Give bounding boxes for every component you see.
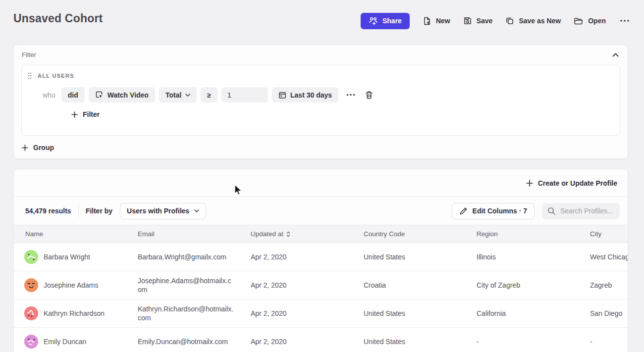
plus-icon [71, 111, 78, 118]
column-header-name[interactable]: Name [14, 230, 138, 238]
column-header-country-code[interactable]: Country Code [364, 230, 477, 238]
profile-updated-at: Apr 2, 2020 [251, 253, 364, 261]
filter-by-label: Filter by [86, 207, 112, 215]
profile-updated-at: Apr 2, 2020 [251, 281, 364, 289]
profile-region: - [477, 338, 590, 346]
clause-more-button[interactable] [345, 93, 356, 97]
trash-icon [365, 91, 373, 100]
plus-icon [22, 145, 28, 151]
profile-region: Illinois [477, 253, 590, 261]
collapse-filter-button[interactable] [611, 52, 620, 58]
profile-country: United States [364, 309, 477, 317]
column-header-region[interactable]: Region [477, 230, 590, 238]
search-profiles-input[interactable] [560, 207, 615, 215]
share-label: Share [382, 17, 402, 25]
save-icon [463, 16, 472, 25]
save-as-new-label: Save as New [519, 17, 561, 25]
column-header-updated-at[interactable]: Updated at [251, 230, 364, 238]
save-button[interactable]: Save [463, 16, 493, 25]
table-row[interactable]: Josephine Adams Josephine.Adams@hotmailx… [14, 271, 628, 300]
save-as-new-button[interactable]: Save as New [505, 16, 561, 25]
profile-city: - [590, 338, 628, 346]
delete-clause-button[interactable] [364, 90, 374, 101]
divider [78, 204, 79, 217]
save-label: Save [477, 17, 493, 25]
profile-email: Josephine.Adams@hotmailx.com [138, 276, 235, 294]
filter-clause-row: who did Watch Video Total [22, 79, 620, 102]
ellipsis-icon [346, 94, 355, 96]
add-group-button[interactable]: Group [22, 144, 54, 151]
page-title: Unsaved Cohort [13, 12, 103, 25]
column-header-email[interactable]: Email [138, 230, 251, 238]
aggregation-pill[interactable]: Total [159, 87, 197, 102]
profiles-dropdown[interactable]: Users with Profiles [120, 203, 206, 219]
filter-panel: Filter ALL USERS who did [13, 45, 628, 159]
folder-icon [574, 17, 584, 25]
aggregation-label: Total [165, 91, 181, 99]
new-document-icon [423, 16, 431, 26]
operator-label: ≥ [207, 91, 211, 99]
column-header-city[interactable]: City [590, 230, 628, 238]
profile-country: Croatia [364, 281, 477, 289]
table-row[interactable]: Barbara Wright Barbara.Wright@gmailx.com… [14, 243, 628, 271]
operator-pill[interactable]: ≥ [201, 87, 217, 102]
date-range-label: Last 30 days [290, 91, 332, 99]
value-input[interactable] [221, 87, 268, 102]
toolbar: Share New Save Save [361, 13, 631, 29]
new-label: New [436, 17, 450, 25]
did-pill[interactable]: did [61, 87, 85, 102]
new-button[interactable]: New [423, 16, 450, 26]
filter-panel-label: Filter [22, 51, 36, 58]
profile-city: San Diego [590, 309, 628, 317]
calendar-icon [278, 91, 286, 99]
pencil-icon [459, 207, 468, 215]
avatar [24, 250, 38, 264]
avatar [24, 335, 38, 349]
header-more-button[interactable] [619, 18, 631, 23]
profile-updated-at: Apr 2, 2020 [251, 309, 364, 317]
create-or-update-profile-button[interactable]: Create or Update Profile [526, 179, 617, 187]
filter-group-card: ALL USERS who did Watch Video Total [21, 65, 620, 136]
edit-columns-label: Edit Columns · 7 [473, 207, 527, 215]
open-button[interactable]: Open [574, 17, 606, 25]
profile-city: West Chicago [590, 253, 628, 261]
who-label: who [43, 91, 55, 99]
results-panel: Create or Update Profile 54,479 results … [13, 169, 628, 352]
table-row[interactable]: Kathryn Richardson Kathryn.Richardson@ho… [14, 300, 628, 328]
plus-icon [526, 180, 533, 187]
chevron-up-icon [612, 53, 619, 57]
sort-icon[interactable] [286, 231, 290, 237]
add-group-label: Group [33, 144, 54, 151]
profile-city: Zagreb [590, 281, 628, 289]
event-pill[interactable]: Watch Video [89, 87, 155, 102]
profile-region: California [477, 309, 590, 317]
profile-email: Barbara.Wright@gmailx.com [138, 252, 235, 261]
avatar [24, 278, 38, 292]
chevron-down-icon [185, 94, 190, 97]
profile-name: Barbara Wright [44, 253, 90, 261]
results-count: 54,479 results [25, 207, 71, 215]
profile-region: City of Zagreb [477, 281, 590, 289]
table-row[interactable]: Emily Duncan Emily.Duncan@hotmailx.com A… [14, 328, 628, 352]
event-label: Watch Video [107, 91, 149, 99]
did-label: did [68, 91, 78, 99]
add-filter-label: Filter [83, 110, 100, 118]
group-header-label: ALL USERS [38, 73, 74, 79]
drag-handle-icon[interactable] [28, 72, 32, 79]
add-filter-button[interactable]: Filter [71, 110, 100, 118]
avatar [24, 306, 38, 320]
search-box [542, 203, 620, 219]
chevron-down-icon [194, 209, 199, 212]
edit-columns-button[interactable]: Edit Columns · 7 [452, 203, 535, 219]
copy-icon [505, 16, 514, 25]
profile-name: Kathryn Richardson [44, 309, 105, 317]
top-header: Unsaved Cohort Share New [13, 0, 631, 44]
profiles-dropdown-label: Users with Profiles [127, 207, 189, 215]
date-range-pill[interactable]: Last 30 days [272, 87, 338, 102]
profile-email: Emily.Duncan@hotmailx.com [138, 337, 235, 346]
profile-name: Josephine Adams [44, 281, 99, 289]
share-button[interactable]: Share [361, 13, 410, 29]
ellipsis-icon [620, 19, 630, 22]
profile-email: Kathryn.Richardson@hotmailx.com [138, 304, 235, 322]
results-bar: 54,479 results Filter by Users with Prof… [14, 197, 628, 225]
